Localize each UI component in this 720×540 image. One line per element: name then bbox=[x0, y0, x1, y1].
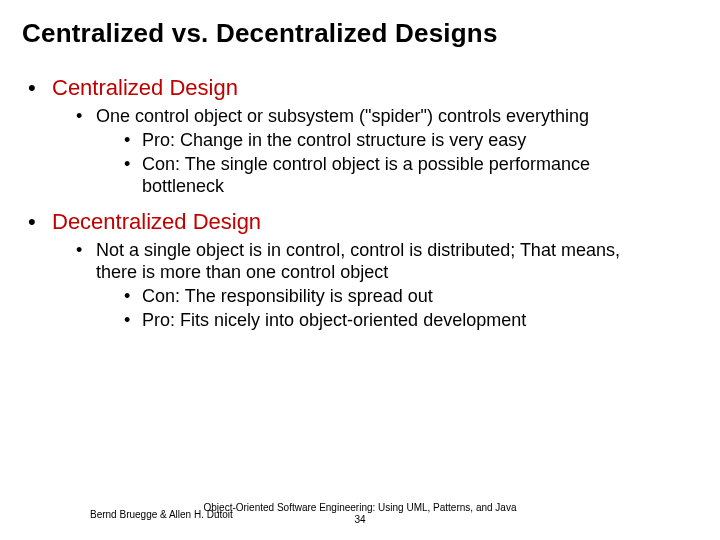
heading-text: Decentralized Design bbox=[52, 209, 261, 235]
bullet-dot-icon: • bbox=[124, 129, 142, 151]
section-heading-decentralized: • Decentralized Design bbox=[28, 209, 698, 235]
bullet-dot-icon: • bbox=[76, 105, 96, 127]
list-item: • Con: The responsibility is spread out bbox=[28, 285, 698, 307]
list-text: Con: The single control object is a poss… bbox=[142, 153, 662, 197]
list-text: Not a single object is in control, contr… bbox=[96, 239, 656, 283]
bullet-dot-icon: • bbox=[124, 153, 142, 197]
spacer bbox=[28, 197, 698, 209]
list-item: • One control object or subsystem ("spid… bbox=[28, 105, 698, 127]
list-item: • Pro: Fits nicely into object-oriented … bbox=[28, 309, 698, 331]
list-item: • Pro: Change in the control structure i… bbox=[28, 129, 698, 151]
list-item: • Con: The single control object is a po… bbox=[28, 153, 698, 197]
bullet-dot-icon: • bbox=[28, 209, 52, 235]
slide: Centralized vs. Decentralized Designs • … bbox=[0, 0, 720, 540]
heading-text: Centralized Design bbox=[52, 75, 238, 101]
list-text: Pro: Change in the control structure is … bbox=[142, 129, 526, 151]
slide-title: Centralized vs. Decentralized Designs bbox=[22, 18, 698, 49]
bullet-dot-icon: • bbox=[124, 285, 142, 307]
list-item: • Not a single object is in control, con… bbox=[28, 239, 698, 283]
slide-content: • Centralized Design • One control objec… bbox=[22, 75, 698, 331]
list-text: Pro: Fits nicely into object-oriented de… bbox=[142, 309, 526, 331]
bullet-dot-icon: • bbox=[76, 239, 96, 283]
bullet-dot-icon: • bbox=[28, 75, 52, 101]
footer-center: Object-Oriented Software Engineering: Us… bbox=[0, 502, 720, 526]
bullet-dot-icon: • bbox=[124, 309, 142, 331]
footer-book: Object-Oriented Software Engineering: Us… bbox=[204, 502, 517, 513]
footer-page: 34 bbox=[0, 514, 720, 526]
list-text: One control object or subsystem ("spider… bbox=[96, 105, 589, 127]
section-heading-centralized: • Centralized Design bbox=[28, 75, 698, 101]
list-text: Con: The responsibility is spread out bbox=[142, 285, 433, 307]
